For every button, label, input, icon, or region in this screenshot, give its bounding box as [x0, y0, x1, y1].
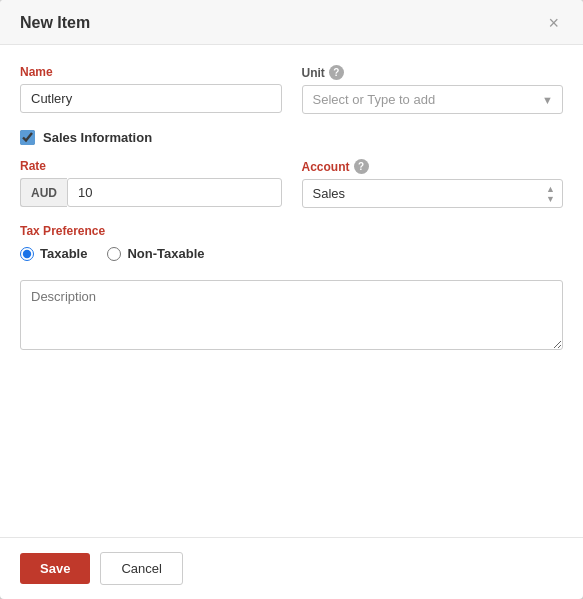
rate-input[interactable]	[67, 178, 282, 207]
account-select[interactable]: Sales	[302, 179, 564, 208]
nontaxable-radio[interactable]	[107, 247, 121, 261]
account-label: Account	[302, 160, 350, 174]
description-textarea[interactable]	[20, 280, 563, 350]
sales-info-section: Sales Information	[20, 130, 563, 145]
close-button[interactable]: ×	[544, 14, 563, 32]
taxable-label: Taxable	[40, 246, 87, 261]
save-button[interactable]: Save	[20, 553, 90, 584]
new-item-modal: New Item × Name Unit ? Select or Type to…	[0, 0, 583, 599]
taxable-radio[interactable]	[20, 247, 34, 261]
unit-label-row: Unit ?	[302, 65, 564, 80]
nontaxable-label: Non-Taxable	[127, 246, 204, 261]
unit-group: Unit ? Select or Type to add ▼	[302, 65, 564, 114]
tax-radio-group: Taxable Non-Taxable	[20, 246, 563, 266]
taxable-option[interactable]: Taxable	[20, 246, 87, 261]
description-group	[20, 280, 563, 353]
nontaxable-option[interactable]: Non-Taxable	[107, 246, 204, 261]
account-group: Account ? Sales ▲ ▼	[302, 159, 564, 208]
name-label: Name	[20, 65, 282, 79]
unit-select-wrapper: Select or Type to add ▼	[302, 85, 564, 114]
sales-info-checkbox-label[interactable]: Sales Information	[20, 130, 563, 145]
sales-info-checkbox[interactable]	[20, 130, 35, 145]
modal-header: New Item ×	[0, 0, 583, 45]
name-input[interactable]	[20, 84, 282, 113]
modal-body: Name Unit ? Select or Type to add ▼	[0, 45, 583, 537]
modal-title: New Item	[20, 14, 90, 32]
rate-group: Rate AUD	[20, 159, 282, 208]
unit-help-icon: ?	[329, 65, 344, 80]
sales-info-label: Sales Information	[43, 130, 152, 145]
name-unit-row: Name Unit ? Select or Type to add ▼	[20, 65, 563, 114]
account-help-icon: ?	[354, 159, 369, 174]
rate-input-group: AUD	[20, 178, 282, 207]
modal-footer: Save Cancel	[0, 537, 583, 599]
unit-label: Unit	[302, 66, 325, 80]
rate-account-row: Rate AUD Account ? Sales ▲ ▼	[20, 159, 563, 208]
account-label-row: Account ?	[302, 159, 564, 174]
account-select-wrapper: Sales ▲ ▼	[302, 179, 564, 208]
name-group: Name	[20, 65, 282, 114]
tax-pref-section: Tax Preference Taxable Non-Taxable	[20, 224, 563, 266]
cancel-button[interactable]: Cancel	[100, 552, 182, 585]
tax-pref-label: Tax Preference	[20, 224, 563, 238]
unit-select[interactable]: Select or Type to add	[302, 85, 564, 114]
rate-label: Rate	[20, 159, 282, 173]
currency-badge: AUD	[20, 178, 67, 207]
